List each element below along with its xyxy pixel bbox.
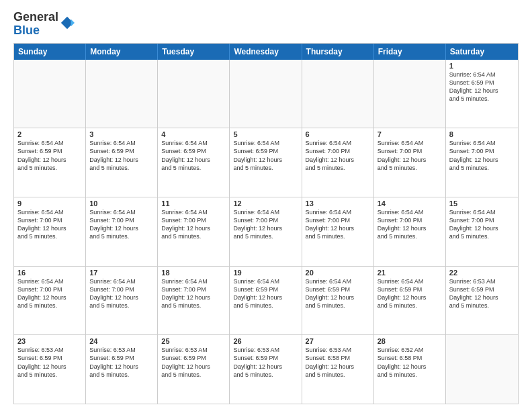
- calendar-cell: 23Sunrise: 6:53 AM Sunset: 6:59 PM Dayli…: [14, 335, 86, 404]
- day-number: 26: [233, 337, 298, 345]
- day-info: Sunrise: 6:54 AM Sunset: 7:00 PM Dayligh…: [378, 208, 442, 241]
- calendar-cell: 7Sunrise: 6:54 AM Sunset: 7:00 PM Daylig…: [374, 128, 446, 197]
- day-info: Sunrise: 6:54 AM Sunset: 6:59 PM Dayligh…: [161, 139, 226, 172]
- weekday-header: Tuesday: [158, 44, 230, 60]
- calendar-cell: [374, 60, 446, 128]
- calendar-page: General Blue SundayMondayTuesdayWednesda…: [0, 0, 532, 411]
- calendar-cell: [86, 60, 158, 128]
- day-info: Sunrise: 6:54 AM Sunset: 7:00 PM Dayligh…: [17, 208, 82, 241]
- day-number: 21: [378, 269, 442, 277]
- calendar-cell: 27Sunrise: 6:53 AM Sunset: 6:58 PM Dayli…: [302, 335, 374, 404]
- calendar-row: 1Sunrise: 6:54 AM Sunset: 6:59 PM Daylig…: [14, 60, 518, 129]
- day-info: Sunrise: 6:54 AM Sunset: 7:00 PM Dayligh…: [161, 277, 226, 310]
- day-number: 1: [449, 62, 515, 70]
- day-info: Sunrise: 6:54 AM Sunset: 7:00 PM Dayligh…: [89, 208, 154, 241]
- day-number: 25: [161, 337, 226, 345]
- day-number: 11: [161, 199, 226, 208]
- day-info: Sunrise: 6:52 AM Sunset: 6:58 PM Dayligh…: [378, 346, 442, 379]
- day-number: 15: [449, 199, 515, 208]
- logo: General Blue: [13, 11, 75, 38]
- day-number: 10: [89, 199, 154, 208]
- calendar-cell: 12Sunrise: 6:54 AM Sunset: 7:00 PM Dayli…: [230, 197, 302, 266]
- calendar-row: 9Sunrise: 6:54 AM Sunset: 7:00 PM Daylig…: [14, 197, 518, 267]
- day-info: Sunrise: 6:54 AM Sunset: 7:00 PM Dayligh…: [161, 208, 226, 241]
- weekday-header: Saturday: [446, 44, 518, 60]
- calendar-header: SundayMondayTuesdayWednesdayThursdayFrid…: [14, 44, 518, 60]
- calendar-cell: 2Sunrise: 6:54 AM Sunset: 6:59 PM Daylig…: [14, 128, 86, 197]
- calendar-cell: 4Sunrise: 6:54 AM Sunset: 6:59 PM Daylig…: [158, 128, 230, 197]
- calendar: SundayMondayTuesdayWednesdayThursdayFrid…: [13, 43, 519, 404]
- day-number: 12: [233, 199, 298, 208]
- calendar-cell: 16Sunrise: 6:54 AM Sunset: 7:00 PM Dayli…: [14, 267, 86, 335]
- day-info: Sunrise: 6:54 AM Sunset: 7:00 PM Dayligh…: [378, 139, 442, 172]
- day-info: Sunrise: 6:53 AM Sunset: 6:58 PM Dayligh…: [306, 346, 370, 379]
- calendar-cell: [14, 60, 86, 128]
- day-number: 16: [17, 269, 82, 277]
- calendar-row: 16Sunrise: 6:54 AM Sunset: 7:00 PM Dayli…: [14, 267, 518, 336]
- day-info: Sunrise: 6:54 AM Sunset: 6:59 PM Dayligh…: [233, 277, 298, 310]
- day-info: Sunrise: 6:54 AM Sunset: 7:00 PM Dayligh…: [17, 277, 82, 310]
- logo-icon: [60, 15, 75, 30]
- day-info: Sunrise: 6:54 AM Sunset: 7:00 PM Dayligh…: [449, 139, 515, 172]
- day-info: Sunrise: 6:54 AM Sunset: 6:59 PM Dayligh…: [17, 139, 82, 172]
- day-number: 14: [378, 199, 442, 208]
- day-info: Sunrise: 6:53 AM Sunset: 6:59 PM Dayligh…: [449, 277, 515, 310]
- day-number: 28: [378, 337, 442, 345]
- day-number: 18: [161, 269, 226, 277]
- day-number: 22: [449, 269, 515, 277]
- day-number: 13: [306, 199, 370, 208]
- day-info: Sunrise: 6:54 AM Sunset: 6:59 PM Dayligh…: [233, 139, 298, 172]
- day-info: Sunrise: 6:54 AM Sunset: 7:00 PM Dayligh…: [306, 208, 370, 241]
- calendar-row: 23Sunrise: 6:53 AM Sunset: 6:59 PM Dayli…: [14, 335, 518, 404]
- day-info: Sunrise: 6:54 AM Sunset: 6:59 PM Dayligh…: [378, 277, 442, 310]
- calendar-cell: 18Sunrise: 6:54 AM Sunset: 7:00 PM Dayli…: [158, 267, 230, 335]
- calendar-cell: 24Sunrise: 6:53 AM Sunset: 6:59 PM Dayli…: [86, 335, 158, 404]
- calendar-cell: 21Sunrise: 6:54 AM Sunset: 6:59 PM Dayli…: [374, 267, 446, 335]
- calendar-cell: 13Sunrise: 6:54 AM Sunset: 7:00 PM Dayli…: [302, 197, 374, 266]
- calendar-cell: 28Sunrise: 6:52 AM Sunset: 6:58 PM Dayli…: [374, 335, 446, 404]
- calendar-cell: [446, 335, 518, 404]
- weekday-header: Wednesday: [230, 44, 302, 60]
- calendar-cell: 17Sunrise: 6:54 AM Sunset: 7:00 PM Dayli…: [86, 267, 158, 335]
- calendar-row: 2Sunrise: 6:54 AM Sunset: 6:59 PM Daylig…: [14, 128, 518, 197]
- day-number: 23: [17, 337, 82, 345]
- day-number: 20: [306, 269, 370, 277]
- calendar-cell: 10Sunrise: 6:54 AM Sunset: 7:00 PM Dayli…: [86, 197, 158, 266]
- calendar-cell: 19Sunrise: 6:54 AM Sunset: 6:59 PM Dayli…: [230, 267, 302, 335]
- day-info: Sunrise: 6:53 AM Sunset: 6:59 PM Dayligh…: [161, 346, 226, 379]
- calendar-cell: 1Sunrise: 6:54 AM Sunset: 6:59 PM Daylig…: [446, 60, 518, 128]
- day-number: 8: [449, 130, 515, 138]
- calendar-cell: 15Sunrise: 6:54 AM Sunset: 7:00 PM Dayli…: [446, 197, 518, 266]
- weekday-header: Friday: [374, 44, 446, 60]
- calendar-cell: 26Sunrise: 6:53 AM Sunset: 6:59 PM Dayli…: [230, 335, 302, 404]
- day-info: Sunrise: 6:53 AM Sunset: 6:59 PM Dayligh…: [17, 346, 82, 379]
- calendar-body: 1Sunrise: 6:54 AM Sunset: 6:59 PM Daylig…: [14, 60, 518, 404]
- day-number: 3: [89, 130, 154, 138]
- day-number: 7: [378, 130, 442, 138]
- weekday-header: Sunday: [14, 44, 86, 60]
- logo-text: General Blue: [13, 11, 58, 38]
- calendar-cell: 20Sunrise: 6:54 AM Sunset: 6:59 PM Dayli…: [302, 267, 374, 335]
- day-number: 9: [17, 199, 82, 208]
- day-number: 5: [233, 130, 298, 138]
- weekday-header: Monday: [86, 44, 158, 60]
- day-info: Sunrise: 6:53 AM Sunset: 6:59 PM Dayligh…: [233, 346, 298, 379]
- day-info: Sunrise: 6:53 AM Sunset: 6:59 PM Dayligh…: [89, 346, 154, 379]
- day-number: 24: [89, 337, 154, 345]
- calendar-cell: 5Sunrise: 6:54 AM Sunset: 6:59 PM Daylig…: [230, 128, 302, 197]
- calendar-cell: [158, 60, 230, 128]
- day-number: 27: [306, 337, 370, 345]
- calendar-cell: 8Sunrise: 6:54 AM Sunset: 7:00 PM Daylig…: [446, 128, 518, 197]
- svg-marker-1: [71, 19, 75, 26]
- calendar-cell: 22Sunrise: 6:53 AM Sunset: 6:59 PM Dayli…: [446, 267, 518, 335]
- calendar-cell: [230, 60, 302, 128]
- page-header: General Blue: [13, 11, 519, 38]
- day-info: Sunrise: 6:54 AM Sunset: 7:00 PM Dayligh…: [449, 208, 515, 241]
- day-info: Sunrise: 6:54 AM Sunset: 6:59 PM Dayligh…: [89, 139, 154, 172]
- calendar-cell: 6Sunrise: 6:54 AM Sunset: 7:00 PM Daylig…: [302, 128, 374, 197]
- day-number: 2: [17, 130, 82, 138]
- day-info: Sunrise: 6:54 AM Sunset: 6:59 PM Dayligh…: [449, 71, 515, 103]
- day-info: Sunrise: 6:54 AM Sunset: 7:00 PM Dayligh…: [306, 139, 370, 172]
- weekday-header: Thursday: [302, 44, 374, 60]
- calendar-cell: [302, 60, 374, 128]
